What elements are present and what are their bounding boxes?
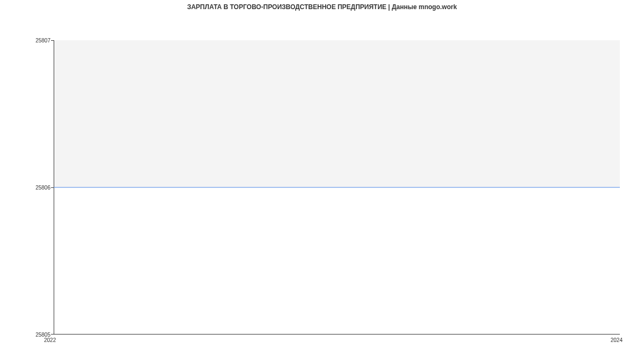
chart-container: 25807 25806 25805 2022 2024 xyxy=(0,14,644,341)
chart-title: ЗАРПЛАТА В ТОРГОВО-ПРОИЗВОДСТВЕННОЕ ПРЕД… xyxy=(0,0,644,14)
x-axis-tick-label: 2024 xyxy=(611,337,623,343)
x-axis-tick-label: 2022 xyxy=(44,337,56,343)
plot-background-lower xyxy=(54,187,620,335)
y-tick-mark xyxy=(51,187,54,188)
y-tick-mark xyxy=(51,40,54,41)
y-tick-mark xyxy=(51,334,54,335)
y-axis-tick-label: 25805 xyxy=(35,332,50,338)
y-axis-tick-label: 25807 xyxy=(35,38,50,43)
plot-background-upper xyxy=(54,40,620,187)
y-axis-tick-label: 25806 xyxy=(35,185,50,191)
data-line-series xyxy=(54,187,620,188)
